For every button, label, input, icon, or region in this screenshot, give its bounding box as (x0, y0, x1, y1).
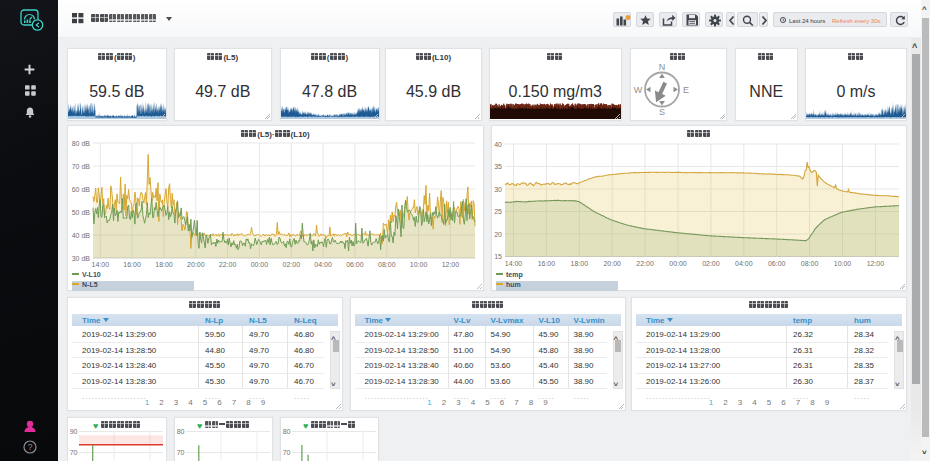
svg-text:14:00: 14:00 (92, 261, 110, 268)
svg-text:15: 15 (494, 253, 502, 260)
svg-text:00:00: 00:00 (669, 260, 687, 267)
svg-text:04:00: 04:00 (314, 261, 332, 268)
svg-text:70: 70 (176, 449, 184, 456)
svg-text:70: 70 (70, 449, 78, 456)
svg-text:06:00: 06:00 (768, 260, 786, 267)
svg-text:02:00: 02:00 (702, 260, 720, 267)
svg-text:25: 25 (494, 208, 502, 215)
svg-text:22:00: 22:00 (636, 260, 654, 267)
svg-text:S: S (658, 107, 664, 117)
svg-text:E: E (682, 85, 688, 95)
svg-text:04:00: 04:00 (735, 260, 753, 267)
svg-text:50 dB: 50 dB (72, 209, 91, 216)
svg-text:00:00: 00:00 (251, 261, 269, 268)
svg-text:20:00: 20:00 (187, 261, 205, 268)
svg-text:22:00: 22:00 (219, 261, 237, 268)
svg-text:06:00: 06:00 (346, 261, 364, 268)
svg-text:10:00: 10:00 (834, 260, 852, 267)
svg-text:80: 80 (282, 428, 290, 435)
svg-text:18:00: 18:00 (571, 260, 589, 267)
svg-text:12:00: 12:00 (442, 261, 460, 268)
svg-text:14:00: 14:00 (505, 260, 523, 267)
svg-text:16:00: 16:00 (538, 260, 556, 267)
svg-text:18:00: 18:00 (155, 261, 173, 268)
svg-text:70: 70 (282, 449, 290, 456)
svg-text:20:00: 20:00 (603, 260, 621, 267)
svg-text:30 dB: 30 dB (72, 255, 91, 262)
svg-text:80 dB: 80 dB (72, 140, 91, 147)
svg-text:40 dB: 40 dB (72, 232, 91, 239)
svg-text:60 dB: 60 dB (72, 186, 91, 193)
svg-text:12:00: 12:00 (867, 260, 885, 267)
svg-text:16:00: 16:00 (123, 261, 141, 268)
svg-text:08:00: 08:00 (801, 260, 819, 267)
svg-text:30: 30 (494, 186, 502, 193)
svg-text:08:00: 08:00 (378, 261, 396, 268)
svg-text:02:00: 02:00 (283, 261, 301, 268)
svg-text:40: 40 (494, 141, 502, 148)
svg-text:N: N (658, 62, 665, 72)
svg-text:90: 90 (70, 428, 78, 435)
svg-text:W: W (633, 85, 642, 95)
svg-text:10:00: 10:00 (410, 261, 428, 268)
svg-text:80: 80 (176, 428, 184, 435)
svg-text:20: 20 (494, 231, 502, 238)
svg-text:35: 35 (494, 163, 502, 170)
svg-text:70 dB: 70 dB (72, 163, 91, 170)
svg-text:?: ? (27, 442, 32, 452)
